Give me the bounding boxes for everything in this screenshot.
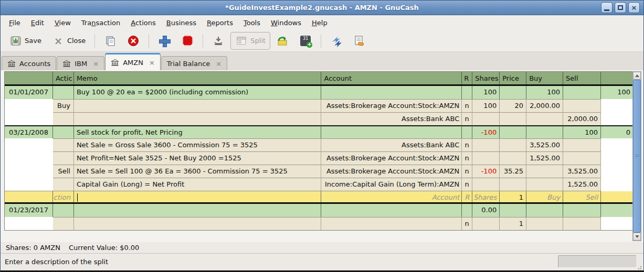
cell-memo[interactable] — [74, 217, 322, 230]
cell-date[interactable]: 03/21/2008 — [5, 125, 53, 138]
cell-action[interactable]: Sell — [53, 165, 74, 178]
cell-account[interactable]: Assets:Brokerage Account:Stock:AMZN — [321, 165, 462, 178]
cell-account[interactable]: Assets:Bank ABC — [321, 112, 462, 125]
cell-action[interactable] — [53, 138, 74, 151]
cell-balance[interactable]: 0 — [601, 125, 633, 138]
cell-memo[interactable]: Net Sale = Sell 100 @ 36 Ea = 3600 - Com… — [74, 165, 322, 178]
delete-button[interactable] — [122, 32, 144, 50]
cell-r[interactable]: n — [462, 138, 472, 151]
cell-action[interactable] — [53, 86, 74, 99]
cell-balance[interactable] — [601, 112, 633, 125]
menu-edit[interactable]: Edit — [26, 16, 49, 29]
close-window-button[interactable]: × — [628, 2, 640, 13]
cell-sell[interactable] — [563, 99, 601, 112]
cell-memo[interactable] — [74, 112, 322, 125]
cell-buy[interactable] — [526, 204, 563, 217]
cell-date[interactable] — [5, 151, 53, 165]
enter-button[interactable] — [153, 32, 175, 50]
cell-memo[interactable]: Buy 100 @ 20 ea = $2000 (including commi… — [74, 86, 322, 99]
cell-account[interactable]: Account — [321, 191, 462, 202]
cell-buy[interactable]: 100 — [526, 86, 563, 99]
cell-shares[interactable] — [472, 151, 500, 165]
split-button[interactable]: Split — [230, 32, 270, 50]
duplicate-button[interactable] — [99, 32, 121, 50]
cell-date[interactable] — [5, 138, 53, 151]
close-button[interactable]: × Close — [47, 32, 90, 50]
schedule-button[interactable]: 31+ — [294, 32, 316, 50]
cell-buy[interactable] — [526, 178, 563, 191]
cell-action[interactable] — [53, 112, 74, 125]
cell-balance[interactable] — [601, 138, 633, 151]
cell-date[interactable] — [5, 165, 53, 178]
cell-memo[interactable] — [74, 191, 322, 202]
menu-help[interactable]: Help — [307, 16, 333, 29]
cell-price[interactable] — [500, 178, 526, 191]
cell-shares[interactable]: -100 — [472, 165, 500, 178]
cell-r[interactable]: n — [462, 178, 472, 191]
cell-action[interactable]: Buy — [53, 99, 74, 112]
cell-date[interactable] — [5, 112, 53, 125]
cell-balance[interactable] — [601, 165, 633, 178]
cell-sell[interactable] — [563, 138, 601, 151]
menu-transaction[interactable]: Transaction — [76, 16, 125, 29]
cell-buy[interactable] — [526, 125, 563, 138]
cell-date[interactable] — [5, 217, 53, 230]
cell-r[interactable] — [462, 86, 472, 99]
cell-shares[interactable]: -100 — [472, 125, 500, 138]
cell-buy[interactable] — [526, 165, 563, 178]
cancel-button[interactable] — [176, 32, 198, 50]
menu-file[interactable]: File — [4, 16, 26, 29]
cell-account[interactable] — [321, 125, 462, 138]
cell-account[interactable]: Assets:Bank ABC — [321, 138, 462, 151]
scrollbar-up-button[interactable] — [633, 72, 641, 80]
cell-date[interactable]: 01/01/2007 — [5, 86, 53, 99]
cell-price[interactable] — [500, 138, 526, 151]
cell-shares[interactable]: 0.00 — [472, 204, 500, 217]
blank-button[interactable] — [207, 32, 229, 50]
cell-sell[interactable]: 2,000.00 — [563, 112, 601, 125]
cell-sell[interactable] — [563, 151, 601, 165]
cell-buy[interactable] — [526, 217, 563, 230]
cell-memo[interactable]: Net Profit=Net Sale 3525 - Net Buy 2000 … — [74, 151, 322, 165]
cell-date[interactable]: 01/23/2017 — [5, 204, 53, 217]
cell-account[interactable]: Assets:Brokerage Account:Stock:AMZN — [321, 151, 462, 165]
cell-date[interactable] — [5, 99, 53, 112]
cell-balance[interactable] — [601, 178, 633, 191]
cell-buy[interactable] — [526, 112, 563, 125]
cell-memo[interactable]: Net Sale = Gross Sale 3600 - Commission … — [74, 138, 322, 151]
tab-amzn[interactable]: AMZN × — [105, 53, 161, 70]
cell-price[interactable] — [500, 151, 526, 165]
menu-reports[interactable]: Reports — [202, 16, 238, 29]
cell-account[interactable] — [321, 86, 462, 99]
cell-price[interactable] — [500, 125, 526, 138]
vertical-scrollbar[interactable] — [632, 71, 641, 241]
tab-close-icon[interactable]: × — [214, 60, 221, 68]
cell-r[interactable]: n — [462, 165, 472, 178]
maximize-button[interactable] — [615, 2, 626, 13]
cell-r[interactable] — [462, 125, 472, 138]
cell-shares[interactable]: Shares — [472, 191, 500, 202]
cell-balance[interactable] — [601, 151, 633, 165]
cell-action[interactable] — [53, 125, 74, 138]
cell-action[interactable]: ction — [53, 191, 74, 202]
cell-sell[interactable]: 1,525.00 — [563, 178, 601, 191]
cell-balance[interactable] — [601, 204, 633, 217]
tab-close-icon[interactable]: × — [91, 60, 99, 68]
cell-r[interactable]: R — [462, 191, 472, 202]
cell-price[interactable] — [500, 204, 526, 217]
save-button[interactable]: Save — [5, 32, 46, 50]
cell-r[interactable]: n — [462, 99, 472, 112]
cell-balance[interactable] — [601, 99, 633, 112]
minimize-button[interactable] — [601, 2, 613, 13]
cell-account[interactable] — [321, 204, 462, 217]
resize-grip[interactable] — [638, 265, 642, 269]
tab-close-icon[interactable]: × — [147, 59, 155, 67]
cell-buy[interactable]: 3,525.00 — [526, 138, 563, 151]
cell-account[interactable]: Assets:Brokerage Account:Stock:AMZN — [321, 99, 462, 112]
cell-buy[interactable]: Buy — [526, 191, 563, 202]
cell-shares[interactable] — [472, 138, 500, 151]
cell-memo[interactable]: Capital Gain (Long) = Net Profit — [74, 178, 322, 191]
cell-date[interactable] — [5, 191, 53, 202]
cell-shares[interactable] — [472, 112, 500, 125]
cell-r[interactable]: n — [462, 151, 472, 165]
